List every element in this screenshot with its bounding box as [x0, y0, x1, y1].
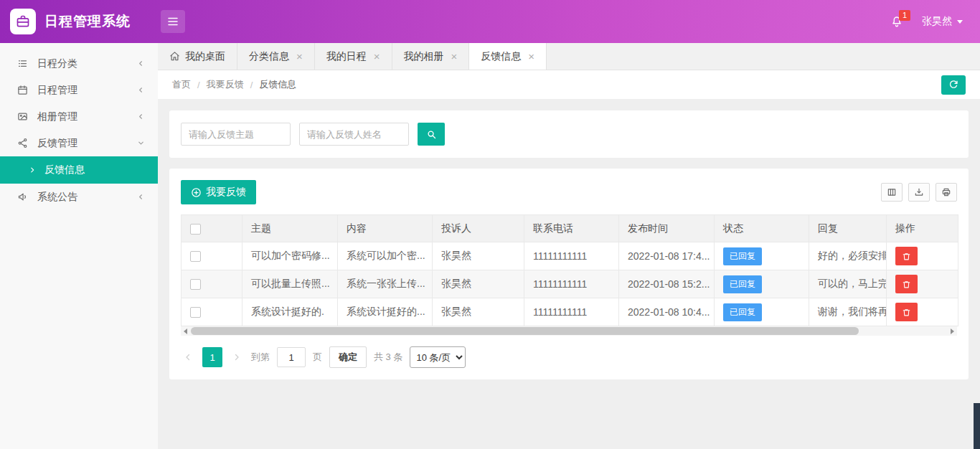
column-header-topic: 主题	[242, 215, 338, 242]
refresh-button[interactable]	[941, 75, 966, 95]
table-header-row: 主题 内容 投诉人 联系电话 发布时间 状态 回复 操作	[182, 215, 958, 242]
row-checkbox[interactable]	[190, 279, 201, 290]
columns-icon	[887, 187, 897, 197]
confirm-page-button[interactable]: 确定	[329, 346, 367, 368]
goto-prefix-label: 到第	[251, 351, 270, 364]
close-icon[interactable]: ×	[451, 51, 458, 62]
delete-button[interactable]	[895, 247, 918, 265]
columns-filter-button[interactable]	[881, 183, 903, 202]
status-badge[interactable]: 已回复	[723, 275, 762, 293]
briefcase-icon	[16, 14, 30, 29]
close-icon[interactable]: ×	[528, 51, 534, 62]
add-feedback-button[interactable]: 我要反馈	[181, 180, 256, 204]
sidebar: 日程分类 日程管理 相册管理 反馈管理	[0, 43, 158, 449]
tab-my-album[interactable]: 我的相册 ×	[392, 43, 470, 70]
cell-content: 系统一张张上传...	[338, 270, 433, 298]
chevron-left-icon	[137, 86, 145, 94]
goto-page-input[interactable]	[277, 347, 306, 367]
speaker-icon	[17, 192, 28, 202]
chevron-left-icon	[137, 60, 145, 67]
sidebar-item-system-announcement[interactable]: 系统公告	[0, 184, 158, 210]
delete-button[interactable]	[895, 303, 918, 321]
horizontal-scrollbar[interactable]	[181, 326, 957, 336]
sidebar-item-feedback-management[interactable]: 反馈管理	[0, 130, 158, 156]
sidebar-item-label: 反馈管理	[37, 137, 77, 150]
delete-button[interactable]	[895, 275, 918, 293]
tab-label: 反馈信息	[481, 50, 521, 63]
table-row: 可以批量上传照... 系统一张张上传... 张昊然 11111111111 20…	[182, 270, 958, 298]
search-icon	[426, 129, 437, 140]
scroll-right-arrow[interactable]	[948, 326, 957, 336]
table-row: 系统设计挺好的. 系统设计挺好的... 张昊然 11111111111 2022…	[182, 298, 958, 326]
scroll-left-arrow[interactable]	[181, 326, 190, 336]
column-header-publish-time: 发布时间	[619, 215, 715, 242]
cell-reply: 好的，必须安排.	[809, 242, 887, 270]
cell-topic: 可以加个密码修...	[242, 242, 338, 270]
breadcrumb-feedback[interactable]: 我要反馈	[207, 78, 244, 91]
sidebar-item-feedback-info[interactable]: 反馈信息	[0, 156, 158, 184]
app-logo	[10, 9, 36, 34]
tab-label: 我的相册	[404, 50, 444, 63]
main-content: 我要反馈	[158, 99, 980, 449]
page-size-select[interactable]: 10 条/页	[410, 346, 466, 368]
column-header-complainant: 投诉人	[433, 215, 524, 242]
cell-publish-time: 2022-01-08 15:2...	[619, 270, 715, 298]
close-icon[interactable]: ×	[296, 51, 303, 62]
print-button[interactable]	[936, 183, 957, 202]
sidebar-item-schedule-management[interactable]: 日程管理	[0, 77, 158, 103]
feedback-table: 主题 内容 投诉人 联系电话 发布时间 状态 回复 操作 可以加个密码修... …	[181, 214, 958, 326]
sidebar-item-label: 日程分类	[37, 57, 77, 70]
status-badge[interactable]: 已回复	[723, 247, 762, 265]
search-button[interactable]	[418, 123, 445, 146]
goto-suffix-label: 页	[313, 351, 322, 364]
sidebar-item-album-management[interactable]: 相册管理	[0, 103, 158, 130]
tab-my-schedule[interactable]: 我的日程 ×	[315, 43, 392, 70]
chevron-right-icon	[29, 166, 36, 174]
next-page-button[interactable]	[230, 347, 244, 367]
chevron-down-icon	[137, 139, 145, 147]
cell-topic: 系统设计挺好的.	[242, 298, 338, 326]
cell-phone: 11111111111	[524, 242, 619, 270]
sidebar-item-label: 反馈信息	[44, 164, 85, 176]
column-header-phone: 联系电话	[524, 215, 619, 242]
tab-category-info[interactable]: 分类信息 ×	[237, 43, 315, 70]
sidebar-toggle-button[interactable]	[161, 10, 185, 33]
calendar-icon	[17, 85, 28, 95]
cell-content: 系统可以加个密...	[338, 242, 433, 270]
user-menu[interactable]: 张昊然	[922, 15, 963, 28]
breadcrumb-bar: 首页 / 我要反馈 / 反馈信息	[158, 70, 980, 99]
row-checkbox[interactable]	[190, 307, 201, 318]
cell-complainant: 张昊然	[433, 270, 524, 298]
list-icon	[17, 58, 28, 69]
chevron-left-icon	[137, 193, 145, 201]
breadcrumb-home[interactable]: 首页	[172, 78, 191, 91]
refresh-icon	[948, 80, 958, 90]
cell-phone: 11111111111	[524, 270, 619, 298]
prev-page-button[interactable]	[181, 347, 195, 367]
feedback-topic-input[interactable]	[181, 123, 291, 146]
export-icon	[914, 187, 924, 197]
notification-badge[interactable]: 1	[899, 10, 910, 21]
notifications-button[interactable]: 1	[890, 15, 903, 28]
cell-topic: 可以批量上传照...	[242, 270, 338, 298]
feedback-name-input[interactable]	[299, 123, 409, 146]
chevron-down-icon	[957, 20, 963, 24]
tab-label: 分类信息	[249, 50, 289, 63]
page-number-button[interactable]: 1	[202, 347, 222, 367]
tab-my-desktop[interactable]: 我的桌面	[158, 43, 237, 70]
export-button[interactable]	[908, 183, 930, 202]
breadcrumb-separator: /	[197, 80, 200, 90]
chevron-left-icon	[137, 113, 145, 120]
sidebar-item-label: 日程管理	[37, 84, 77, 97]
tab-feedback-info[interactable]: 反馈信息 ×	[469, 43, 547, 70]
vertical-scrollbar-thumb[interactable]	[974, 403, 980, 449]
close-icon[interactable]: ×	[374, 51, 380, 62]
tab-label: 我的日程	[326, 50, 367, 63]
status-badge[interactable]: 已回复	[723, 303, 762, 321]
horizontal-scrollbar-thumb[interactable]	[191, 327, 859, 335]
table-toolbar: 我要反馈	[181, 180, 957, 204]
select-all-checkbox[interactable]	[190, 224, 201, 235]
home-icon	[169, 51, 180, 62]
row-checkbox[interactable]	[190, 251, 201, 262]
sidebar-item-schedule-category[interactable]: 日程分类	[0, 50, 158, 77]
